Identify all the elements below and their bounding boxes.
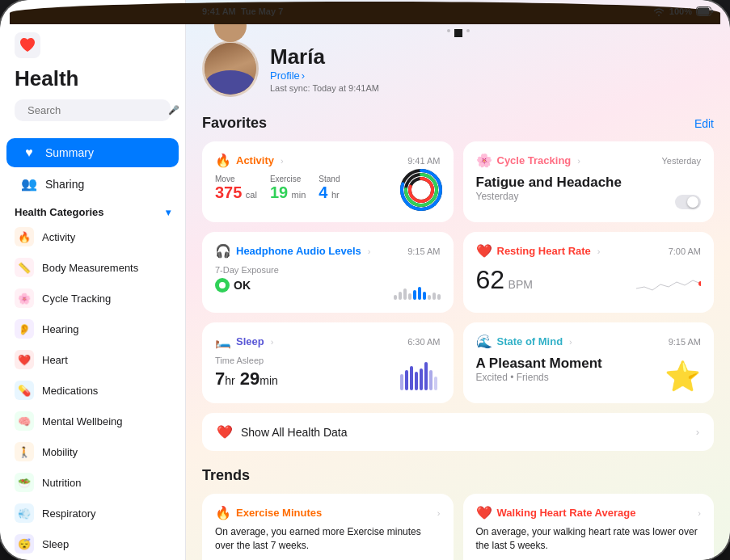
search-input[interactable]	[27, 104, 163, 116]
activity-chevron-icon: ›	[281, 156, 284, 166]
walking-hr-trend-header: ❤️ Walking Heart Rate Average ›	[476, 505, 702, 520]
profile-link[interactable]: Profile ›	[270, 69, 379, 82]
sleep-card-header: 🛏️ Sleep › 6:30 AM	[215, 334, 441, 349]
cycle-card-icon: 🌸	[476, 153, 492, 168]
nav-sharing[interactable]: 👥 Sharing	[6, 169, 179, 199]
respiratory-label: Respiratory	[42, 507, 95, 520]
svg-rect-17	[424, 362, 428, 390]
sidebar-item-mental-wellbeing[interactable]: 🧠 Mental Wellbeing	[0, 406, 185, 436]
headphone-card-icon: 🎧	[215, 243, 231, 259]
move-unit: cal	[246, 190, 257, 200]
cycle-toggle[interactable]	[675, 195, 701, 209]
headphone-card[interactable]: 🎧 Headphone Audio Levels › 9:15 AM 7-Day…	[202, 232, 454, 313]
svg-rect-14	[410, 366, 413, 390]
heart-label: Heart	[42, 354, 68, 366]
sharing-icon: 👥	[21, 176, 37, 192]
mind-card-header: 🌊 State of Mind › 9:15 AM	[476, 334, 702, 349]
ok-dot	[215, 278, 230, 293]
exercise-trend-header: 🔥 Exercise Minutes ›	[215, 505, 441, 520]
heart-title-row: ❤️ Resting Heart Rate ›	[476, 243, 601, 259]
chevron-down-icon: ▾	[166, 207, 171, 218]
activity-icon: 🔥	[18, 231, 31, 243]
sidebar-item-body-measurements[interactable]: 📏 Body Measurements	[0, 252, 185, 283]
heart-rate-card[interactable]: ❤️ Resting Heart Rate › 7:00 AM 62 BPM	[463, 232, 715, 313]
show-all-health-data[interactable]: ❤️ Show All Health Data ›	[202, 413, 714, 451]
cycle-tracking-card[interactable]: 🌸 Cycle Tracking › Yesterday Fatigue and…	[463, 141, 715, 222]
exercise-unit: min	[292, 190, 306, 200]
sleep-bars	[400, 362, 441, 390]
activity-card[interactable]: 🔥 Activity › 9:41 AM Move 375	[202, 141, 454, 222]
medications-label: Medications	[42, 385, 98, 397]
exercise-trend-title-row: 🔥 Exercise Minutes	[215, 505, 322, 520]
sleep-chevron-icon: ›	[271, 337, 274, 347]
sidebar-item-hearing[interactable]: 👂 Hearing	[0, 314, 185, 344]
headphone-chevron-icon: ›	[368, 246, 371, 256]
mind-card-time: 9:15 AM	[669, 337, 701, 347]
bpm-unit: BPM	[508, 278, 533, 291]
status-bar: 9:41 AM Tue May 7 100%	[186, 0, 730, 23]
cycle-icon: 🌸	[18, 293, 31, 305]
sidebar: Health 🎤 ♥ Summary 👥 Sharing	[0, 0, 186, 560]
stand-stat: Stand 4 hr	[319, 175, 340, 202]
mental-wellbeing-label: Mental Wellbeing	[42, 415, 122, 427]
heart-card-time: 7:00 AM	[669, 246, 701, 256]
cycle-card-title: Cycle Tracking	[497, 154, 572, 166]
search-bar[interactable]: 🎤	[15, 99, 171, 121]
show-all-heart-icon: ❤️	[217, 424, 233, 440]
exercise-trend-card[interactable]: 🔥 Exercise Minutes › On average, you ear…	[202, 494, 454, 560]
move-label: Move	[215, 175, 257, 183]
profile-sync: Last sync: Today at 9:41AM	[270, 83, 379, 93]
mind-card-title: State of Mind	[497, 335, 563, 347]
activity-title-row: 🔥 Activity ›	[215, 153, 284, 168]
stand-label: Stand	[319, 175, 340, 183]
sharing-label: Sharing	[45, 178, 84, 191]
sidebar-item-nutrition[interactable]: 🥗 Nutrition	[0, 467, 185, 498]
favorites-header: Favorites Edit	[202, 115, 714, 132]
status-time: 9:41 AM Tue May 7	[202, 6, 283, 16]
walking-hr-trend-card[interactable]: ❤️ Walking Heart Rate Average › On avera…	[463, 494, 715, 560]
sidebar-item-activity[interactable]: 🔥 Activity	[0, 221, 185, 252]
sidebar-item-medications[interactable]: 💊 Medications	[0, 375, 185, 406]
nav-summary[interactable]: ♥ Summary	[6, 138, 179, 167]
sidebar-item-sleep[interactable]: 😴 Sleep	[0, 528, 185, 559]
mind-title-row: 🌊 State of Mind ›	[476, 334, 572, 349]
battery-percent: 100%	[669, 6, 692, 16]
sidebar-header: Health 🎤	[0, 23, 185, 137]
device-frame: Health 🎤 ♥ Summary 👥 Sharing	[0, 0, 730, 560]
state-of-mind-card[interactable]: 🌊 State of Mind › 9:15 AM A Pleasant Mom…	[463, 322, 715, 403]
favorites-title: Favorites	[202, 115, 267, 132]
sleep-icon: 😴	[18, 538, 31, 550]
heart-card-title: Resting Heart Rate	[497, 245, 591, 257]
sidebar-item-heart[interactable]: ❤️ Heart	[0, 344, 185, 375]
battery-icon	[696, 6, 714, 16]
hr-chart	[636, 264, 701, 300]
sidebar-item-respiratory[interactable]: 💨 Respiratory	[0, 498, 185, 528]
avatar	[202, 40, 259, 97]
activity-card-title: Activity	[236, 154, 274, 166]
svg-rect-16	[420, 368, 423, 390]
svg-rect-15	[415, 372, 418, 390]
mood-star-icon: ⭐	[665, 360, 701, 394]
cycle-toggle-dot	[687, 196, 698, 208]
exercise-trend-desc: On average, you earned more Exercise min…	[215, 525, 441, 553]
wifi-icon	[652, 7, 665, 16]
exercise-stat: Exercise 19 min	[270, 175, 306, 202]
profile-info: María Profile › Last sync: Today at 9:41…	[270, 44, 379, 93]
headphone-bars	[394, 287, 441, 300]
sleep-title-row: 🛏️ Sleep ›	[215, 334, 273, 349]
categories-list: 🔥 Activity 📏 Body Measurements 🌸 Cycle T…	[0, 221, 185, 560]
cycle-title-row: 🌸 Cycle Tracking ›	[476, 153, 580, 168]
sleep-card-title: Sleep	[236, 335, 264, 347]
edit-button[interactable]: Edit	[694, 117, 714, 130]
move-stat: Move 375 cal	[215, 175, 257, 202]
exposure-label: 7-Day Exposure	[215, 265, 441, 275]
sidebar-item-cycle-tracking[interactable]: 🌸 Cycle Tracking	[0, 283, 185, 314]
sleep-card-icon: 🛏️	[215, 334, 231, 349]
exercise-value: 19	[270, 183, 288, 201]
sleep-hours: 7	[215, 368, 225, 389]
svg-point-11	[698, 281, 701, 286]
sleep-card[interactable]: 🛏️ Sleep › 6:30 AM Time Asleep 7hr 29min	[202, 322, 454, 403]
walking-hr-desc: On average, your walking heart rate was …	[476, 525, 702, 553]
sidebar-item-mobility[interactable]: 🚶 Mobility	[0, 436, 185, 467]
headphone-title-row: 🎧 Headphone Audio Levels ›	[215, 243, 371, 259]
